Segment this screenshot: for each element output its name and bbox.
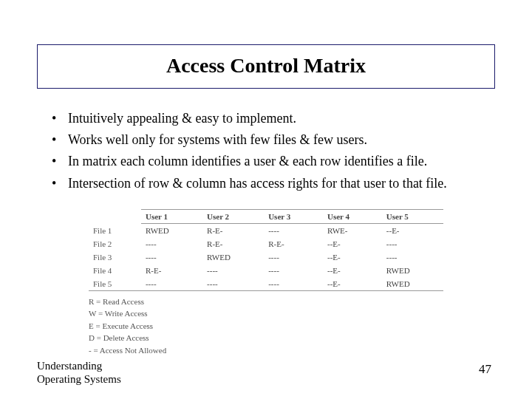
access-matrix-table: User 1 User 2 User 3 User 4 User 5 File … — [89, 209, 443, 291]
legend-item: - = Access Not Allowed — [89, 344, 443, 357]
cell: ---- — [141, 237, 202, 250]
cell: --E- — [323, 264, 382, 277]
matrix-figure: User 1 User 2 User 3 User 4 User 5 File … — [89, 209, 443, 357]
bullet-item: Intersection of row & column has access … — [52, 174, 495, 193]
page-number: 47 — [479, 362, 491, 377]
footer-line: Understanding — [37, 359, 121, 372]
row-header: File 1 — [89, 223, 141, 237]
cell: R-E- — [264, 237, 323, 250]
cell: ---- — [264, 250, 323, 264]
cell: ---- — [382, 250, 443, 264]
col-header: User 4 — [323, 209, 382, 223]
cell: ---- — [264, 223, 323, 237]
col-header: User 5 — [382, 209, 443, 223]
bullet-item: Works well only for systems with few fil… — [52, 131, 495, 149]
cell: RWED — [382, 264, 443, 277]
bullet-item: In matrix each column identifies a user … — [52, 152, 495, 171]
col-header: User 1 — [141, 209, 202, 223]
row-header: File 2 — [89, 237, 141, 250]
cell: ---- — [141, 277, 202, 291]
cell: R-E- — [141, 264, 202, 277]
legend-item: E = Execute Access — [89, 320, 443, 332]
row-header: File 5 — [89, 277, 141, 291]
col-header: User 2 — [202, 209, 264, 223]
cell: --E- — [323, 277, 382, 291]
cell: ---- — [202, 277, 264, 291]
cell: R-E- — [202, 237, 264, 250]
cell: --E- — [323, 250, 382, 264]
cell: ---- — [141, 250, 202, 264]
legend-item: D = Delete Access — [89, 332, 443, 344]
footer-line: Operating Systems — [37, 372, 121, 386]
cell: ---- — [264, 277, 323, 291]
bullet-item: Intuitively appealing & easy to implemen… — [52, 109, 495, 128]
cell: RWED — [202, 250, 264, 264]
table-row: File 5 ---- ---- ---- --E- RWED — [89, 277, 443, 291]
row-header: File 3 — [89, 250, 141, 264]
table-row: File 2 ---- R-E- R-E- --E- ---- — [89, 237, 443, 250]
bullet-list: Intuitively appealing & easy to implemen… — [52, 109, 495, 193]
cell: ---- — [382, 237, 443, 250]
cell: RWE- — [323, 223, 382, 237]
table-row: File 1 RWED R-E- ---- RWE- --E- — [89, 223, 443, 237]
legend-item: R = Read Access — [89, 296, 443, 308]
table-row: File 4 R-E- ---- ---- --E- RWED — [89, 264, 443, 277]
title-box: Access Control Matrix — [37, 44, 495, 89]
table-row: File 3 ---- RWED ---- --E- ---- — [89, 250, 443, 264]
cell: --E- — [382, 223, 443, 237]
row-header: File 4 — [89, 264, 141, 277]
legend-item: W = Write Access — [89, 307, 443, 320]
col-header: User 3 — [264, 209, 323, 223]
cell: RWED — [382, 277, 443, 291]
cell: R-E- — [202, 223, 264, 237]
cell: --E- — [323, 237, 382, 250]
slide-title: Access Control Matrix — [38, 54, 494, 78]
cell: ---- — [264, 264, 323, 277]
legend: R = Read Access W = Write Access E = Exe… — [89, 296, 443, 357]
cell: ---- — [202, 264, 264, 277]
cell: RWED — [141, 223, 202, 237]
footer-text: Understanding Operating Systems — [37, 359, 121, 386]
